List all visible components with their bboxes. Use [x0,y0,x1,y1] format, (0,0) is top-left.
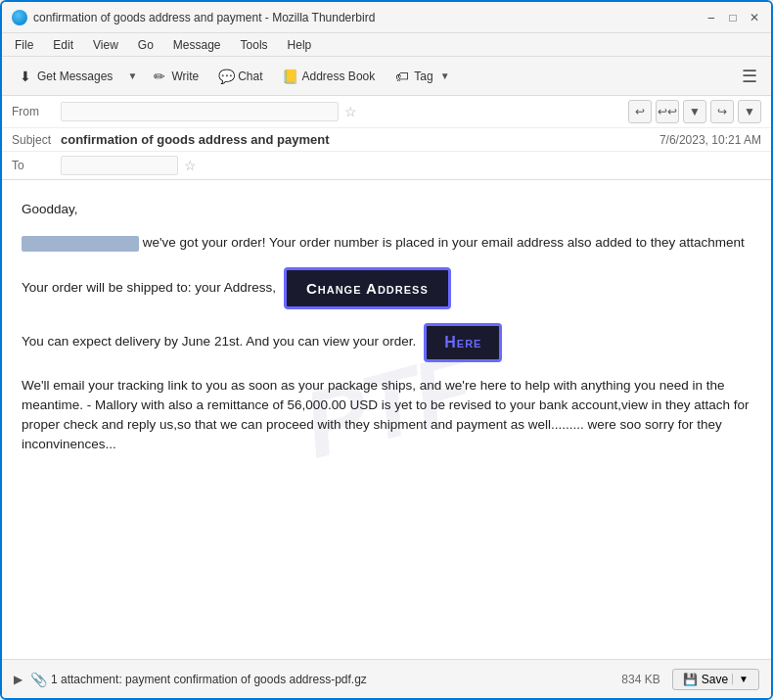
address-book-icon: 📒 [283,69,298,84]
from-value [61,102,339,121]
window-controls: ‒ □ ✕ [705,11,761,24]
hamburger-menu[interactable]: ☰ [736,64,763,89]
email-content: Goodday, we've got your order! Your orde… [22,200,751,455]
subject-date: 7/6/2023, 10:21 AM [659,133,761,147]
app-icon [12,10,27,25]
email-greeting: Goodday, [22,200,751,219]
menu-bar: File Edit View Go Message Tools Help [2,33,771,57]
main-window: confirmation of goods address and paymen… [0,0,773,700]
chat-button[interactable]: 💬 Chat [210,65,270,88]
menu-tools[interactable]: Tools [238,36,271,54]
title-bar-left: confirmation of goods address and paymen… [12,10,375,25]
minimize-button[interactable]: ‒ [705,11,718,24]
reply-back-button[interactable]: ↩ [628,100,652,123]
address-book-label: Address Book [302,70,376,83]
tag-dropdown[interactable]: ▼ [437,69,453,84]
save-button-group[interactable]: 💾 Save ▼ [672,669,759,690]
forward-expand-button[interactable]: ▼ [738,100,761,123]
title-bar: confirmation of goods address and paymen… [2,2,771,33]
write-label: Write [171,70,199,83]
forward-button[interactable]: ↪ [710,100,734,123]
paragraph2-prefix: Your order will be shipped to: your Addr… [22,278,276,298]
get-messages-button[interactable]: ⬇ Get Messages [10,65,120,88]
to-value [61,156,178,175]
tag-button[interactable]: 🏷 Tag ▼ [386,65,460,88]
menu-view[interactable]: View [90,36,121,54]
subject-value: confirmation of goods address and paymen… [61,132,659,147]
email-paragraph1: we've got your order! Your order number … [22,233,751,253]
blurred-sender [22,236,139,252]
save-icon: 💾 [683,673,698,686]
tag-icon: 🏷 [394,69,410,84]
save-dropdown[interactable]: ▼ [732,674,749,684]
attachment-label: 1 attachment: payment confirmation of go… [51,673,621,686]
from-star[interactable]: ☆ [344,104,357,119]
menu-edit[interactable]: Edit [50,36,76,54]
toolbar: ⬇ Get Messages ▼ ✏ Write 💬 Chat 📒 Addres… [2,57,771,96]
to-star[interactable]: ☆ [184,158,197,173]
email-body: PTF Goodday, we've got your order! Your … [2,180,771,659]
header-fields: From ☆ ↩ ↩↩ ▼ ↪ ▼ Subject confirmation o… [2,96,771,180]
attachment-clip-icon: 📎 [30,672,47,687]
maximize-button[interactable]: □ [726,11,740,24]
menu-go[interactable]: Go [135,36,157,54]
get-messages-icon: ⬇ [18,69,33,84]
from-row: From ☆ ↩ ↩↩ ▼ ↪ ▼ [2,96,771,128]
paragraph3-prefix: You can expect delivery by June 21st. An… [22,332,416,351]
chat-icon: 💬 [218,69,234,84]
reply-all-button[interactable]: ↩↩ [656,100,679,123]
paragraph2-row: Your order will be shipped to: your Addr… [22,267,751,309]
paragraph3-row: You can expect delivery by June 21st. An… [22,323,751,362]
write-button[interactable]: ✏ Write [144,65,206,88]
from-label: From [12,105,61,118]
to-label: To [12,159,61,172]
menu-help[interactable]: Help [285,36,315,54]
reply-expand-button[interactable]: ▼ [683,100,706,123]
subject-row: Subject confirmation of goods address an… [2,128,771,152]
address-book-button[interactable]: 📒 Address Book [275,65,384,88]
header-actions: ↩ ↩↩ ▼ ↪ ▼ [628,100,761,123]
email-paragraph4: We'll email your tracking link to you as… [22,376,751,455]
attachment-size: 834 KB [621,673,659,686]
menu-message[interactable]: Message [170,36,224,54]
paragraph1-text: we've got your order! Your order number … [143,235,745,250]
write-icon: ✏ [152,69,167,84]
attachment-bar: ▶ 📎 1 attachment: payment confirmation o… [2,659,771,698]
to-row: To ☆ [2,152,771,179]
get-messages-label: Get Messages [37,70,113,83]
tag-label: Tag [414,70,432,83]
chat-label: Chat [238,70,262,83]
subject-label: Subject [12,133,61,147]
change-address-button[interactable]: Change Address [284,267,451,309]
window-title: confirmation of goods address and paymen… [33,11,375,24]
close-button[interactable]: ✕ [748,11,761,24]
attachment-expand[interactable]: ▶ [14,673,23,686]
menu-file[interactable]: File [12,36,36,54]
get-messages-dropdown[interactable]: ▼ [124,69,140,84]
here-button[interactable]: Here [424,323,502,362]
save-label: Save [702,673,728,686]
